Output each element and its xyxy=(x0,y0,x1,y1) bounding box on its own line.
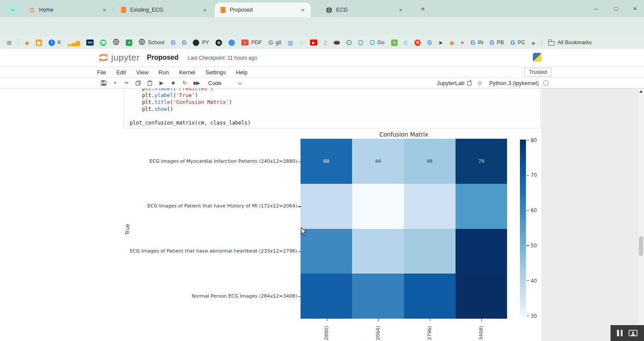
bookmark-green-cross[interactable]: + xyxy=(126,40,132,46)
trusted-badge[interactable]: Trusted xyxy=(524,68,552,76)
cell-r0c1: 44 xyxy=(352,139,404,184)
bookmark-dark-ellipse[interactable] xyxy=(334,41,340,45)
menu-edit[interactable]: Edit xyxy=(116,69,126,76)
colorbar-tick-mark xyxy=(527,245,529,246)
tab-ecg[interactable]: ECG × xyxy=(321,3,409,17)
bookmark-youtube[interactable]: ▶ xyxy=(310,40,317,46)
bookmark-blue-bird[interactable] xyxy=(228,40,235,46)
scrollbar-thumb[interactable] xyxy=(639,236,643,256)
jupyterlab-link[interactable]: JupyterLab xyxy=(437,80,464,86)
save-icon[interactable] xyxy=(98,80,109,86)
bookmark-google-1[interactable]: G xyxy=(171,39,176,46)
bookmark-dark-arrow[interactable]: ➤ xyxy=(438,40,443,46)
tab-existing-ecg[interactable]: Existing_ECG × xyxy=(115,3,213,17)
close-icon[interactable]: × xyxy=(201,6,209,14)
bookmark-pdf[interactable]: ≡PDF xyxy=(241,40,262,46)
menu-run[interactable]: Run xyxy=(158,69,169,76)
scroll-up-icon[interactable] xyxy=(639,90,643,93)
menu-view[interactable]: View xyxy=(136,69,148,76)
new-tab-button[interactable]: + xyxy=(417,4,428,14)
scrollbar[interactable] xyxy=(638,88,644,341)
checkpoint-text: Last Checkpoint: 11 hours ago xyxy=(188,55,257,61)
tab-proposed[interactable]: Proposed × xyxy=(215,3,311,17)
tab-home[interactable]: Home × xyxy=(24,3,112,17)
bookmark-whatsapp[interactable]: ☎ xyxy=(100,40,106,46)
bookmark-blue-gate[interactable]: ▥ xyxy=(288,40,293,46)
bookmark-globe-school[interactable]: School xyxy=(139,39,164,46)
close-icon[interactable]: × xyxy=(299,6,307,14)
menu-kernel[interactable]: Kernel xyxy=(179,69,195,76)
maximize-button[interactable]: □ xyxy=(607,3,625,15)
jupyter-logo[interactable]: jupyter xyxy=(98,52,140,63)
pause-icon[interactable] xyxy=(617,330,623,336)
x-tick-mark xyxy=(327,319,327,321)
bookmark-orange-app[interactable]: ◉ xyxy=(36,40,42,46)
picture-in-picture-icon[interactable] xyxy=(629,330,638,336)
bookmark-github-py[interactable]: PY xyxy=(193,40,209,46)
bookmark-overflow[interactable]: » xyxy=(532,39,535,46)
bookmark-google-in[interactable]: GIN xyxy=(471,39,483,46)
bookmark-heart[interactable]: ♥ xyxy=(461,40,464,46)
bookmark-globe-site[interactable] xyxy=(113,39,119,46)
bookmark-ieee[interactable]: IEEE xyxy=(86,40,94,46)
gear-icon[interactable]: ⚙ xyxy=(477,80,483,86)
chevron-down-icon[interactable] xyxy=(238,80,242,85)
bookmark-google-git[interactable]: Ggit xyxy=(268,39,281,46)
bookmark-orange-diamond[interactable]: ◆ xyxy=(25,40,29,46)
whatsapp-icon: ☎ xyxy=(100,40,106,46)
bookmark-teal-c[interactable]: C xyxy=(404,40,408,46)
paste-cell-icon[interactable] xyxy=(144,80,155,86)
menu-settings[interactable]: Settings xyxy=(206,69,226,76)
bookmark-apps-grid[interactable]: ⊞ xyxy=(7,40,12,46)
bookmark-analytics[interactable]: ▂▄▆ xyxy=(67,40,80,46)
colorbar-tick-label: 50 xyxy=(531,243,537,249)
code-cell[interactable]: plt.xlabel('Predicted') plt.ylabel('True… xyxy=(124,88,541,128)
close-icon[interactable]: × xyxy=(397,6,404,14)
tab-label: Proposed xyxy=(230,7,299,13)
tab-search-button[interactable]: ⌄ xyxy=(6,3,19,15)
kernel-name[interactable]: Python 3 (ipykernel) xyxy=(489,80,539,86)
copy-cell-icon[interactable] xyxy=(133,80,144,86)
colorbar-tick-mark xyxy=(527,316,529,316)
bookmark-facebook[interactable]: fK xyxy=(49,40,61,46)
bookmark-black-disc[interactable]: ◎ xyxy=(216,40,222,46)
cut-cell-icon[interactable]: ✂ xyxy=(121,80,132,86)
bookmark-google-pb[interactable]: GPB xyxy=(489,39,504,46)
bookmark-google-2[interactable]: G xyxy=(182,39,187,46)
restart-run-all-icon[interactable]: ▶▶ xyxy=(191,80,202,86)
code-line: plt.ylabel('True') xyxy=(130,92,535,99)
bookmark-label: PB xyxy=(497,40,504,46)
python-logo-icon xyxy=(533,53,542,62)
insert-cell-icon[interactable]: + xyxy=(109,80,121,86)
cell-r3c3 xyxy=(456,274,507,319)
minimize-button[interactable]: – xyxy=(587,3,605,15)
external-link-icon[interactable] xyxy=(467,81,471,85)
green-flash-icon: ϟ xyxy=(391,40,398,46)
window-close-button[interactable]: × xyxy=(626,3,644,15)
bookmark-orange-eye[interactable]: ◉ xyxy=(450,40,454,46)
google-2-icon: G xyxy=(182,39,187,46)
heart-icon: ♥ xyxy=(461,40,464,46)
bookmark-all-bookmarks[interactable]: All Bookmarks xyxy=(548,40,592,46)
menu-file[interactable]: File xyxy=(97,69,106,76)
bookmark-yandex[interactable]: Я xyxy=(414,40,421,46)
bookmark-android[interactable]: ∩ xyxy=(300,40,304,46)
bookmark-google-pc[interactable]: GPC xyxy=(510,39,525,46)
teal-ring-go-icon xyxy=(370,40,375,45)
bookmark-label: PDF xyxy=(251,40,262,46)
bookmark-teal-ring-go[interactable]: Go xyxy=(370,40,385,46)
menu-help[interactable]: Help xyxy=(236,69,248,76)
yandex-icon: Я xyxy=(414,40,421,46)
close-icon[interactable]: × xyxy=(100,6,108,14)
bookmark-z-orange[interactable]: Z xyxy=(324,40,327,46)
run-cell-icon[interactable]: ▶ xyxy=(156,80,167,86)
bookmark-teal-ring[interactable] xyxy=(358,40,363,45)
restart-kernel-icon[interactable]: ↻ xyxy=(179,80,190,86)
notebook-title[interactable]: Proposed xyxy=(147,54,179,61)
bookmark-green-flash[interactable]: ϟ xyxy=(391,40,398,46)
bookmark-google-3[interactable]: G xyxy=(427,39,432,46)
bookmark-green-ring[interactable] xyxy=(346,40,352,45)
bookmarks-separator xyxy=(18,39,18,46)
cell-type-select[interactable]: Code xyxy=(208,80,222,86)
stop-kernel-icon[interactable]: ■ xyxy=(167,80,179,86)
